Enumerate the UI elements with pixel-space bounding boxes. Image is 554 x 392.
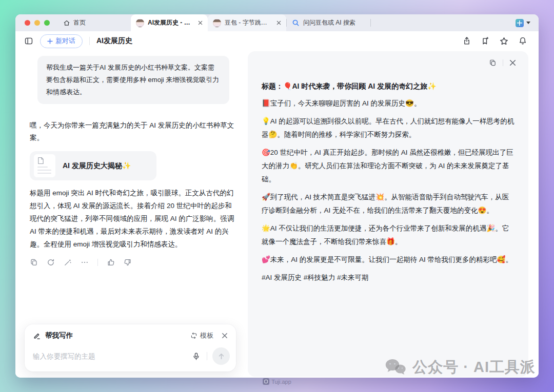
send-button[interactable] [212,347,230,365]
writer-header-actions: 模板 [190,331,228,340]
tuji-app-icon [263,378,269,385]
document-paragraph: 📕宝子们，今天来聊聊超厉害的 AI 的发展历史😎。 [262,97,515,110]
doc-thumb-line [37,173,51,174]
copy-icon[interactable] [30,258,38,266]
search-icon [292,19,300,27]
doc-thumbnail [34,154,55,177]
writer-title: 帮我写作 [45,331,73,340]
writer-input-row [25,344,236,372]
pen-icon [33,332,41,340]
extension-icon[interactable] [516,19,524,27]
assistant-summary-text: 标题用 emoji 突出 AI 时代和奇幻之旅，吸引眼球。正文从古代的幻想引入，… [30,187,239,251]
share-icon[interactable] [462,36,471,46]
close-tab-icon[interactable] [198,20,203,25]
close-tab-icon[interactable] [276,20,281,25]
traffic-lights [15,14,56,31]
copy-document-icon[interactable] [489,59,497,67]
panel-header-divider [503,59,503,66]
tab-ai-search[interactable]: 问问豆包或 AI 搜索 [287,14,370,31]
document-panel-header [248,51,528,67]
bookmark-add-icon[interactable] [481,36,490,46]
regenerate-icon[interactable] [47,258,55,266]
app-toolbar: 新对话 AI发展历史 [15,31,539,51]
chevron-down-icon[interactable] [526,22,530,24]
magic-wand-icon[interactable] [64,258,72,266]
toolbar-divider [89,37,90,45]
microphone-icon[interactable] [192,352,201,361]
close-writer-icon[interactable] [222,333,228,339]
action-divider [97,259,98,266]
tab-home[interactable]: 首页 [58,14,131,31]
input-divider [207,352,207,360]
tab-divider [370,19,371,27]
new-chat-label: 新对话 [55,36,75,46]
message-action-row [30,258,248,266]
user-message: 帮我生成一篇关于AI 发展历史的小红书种草文案。文案需要包含标题和正文，需要使用… [37,56,229,104]
sidebar-toggle-icon[interactable] [24,36,33,46]
help-me-write-widget: 帮我写作 模板 [25,324,236,372]
close-window-button[interactable] [25,20,30,26]
document-paragraph: 💕未来，AI 的发展更是不可限量。让我们一起期待 AI 带给我们更多的精彩吧🥰。 [262,253,515,266]
browser-window: 首页 AI发展历史 - 豆包 豆包 - 字节跳动旗下 AI 问问豆包或 AI 搜… [15,14,539,378]
generated-doc-card[interactable]: AI 发展历史大揭秘✨ [30,151,156,180]
home-icon [63,19,70,27]
wechat-icon [385,358,407,377]
plus-icon [47,38,53,44]
watermark-text: 公众号 · AI工具派 [412,357,536,378]
page-title: AI发展历史 [96,36,132,46]
thumbs-down-icon[interactable] [124,258,132,266]
more-options-icon[interactable] [81,258,89,266]
doubao-avatar [213,19,221,27]
toolbar-actions [462,36,527,46]
document-hashtags: #AI 发展历史 #科技魅力 #未来可期 [262,271,515,284]
chat-column: 帮我生成一篇关于AI 发展历史的小红书种草文案。文案需要包含标题和正文，需要使用… [30,56,248,266]
doc-thumb-line [37,167,48,168]
tab-active-doubao-chat[interactable]: AI发展历史 - 豆包 [131,14,208,31]
tab-doubao-home[interactable]: 豆包 - 字节跳动旗下 AI [208,14,286,31]
doubao-avatar [136,19,144,27]
star-icon[interactable] [499,36,509,46]
assistant-intro-text: 嘿，今天为你带来一篇充满魅力的关于 AI 发展历史的小红书种草文案。 [30,119,248,144]
document-paragraph: 💡AI 的起源可以追溯到很久以前呢。早在古代，人们就幻想有能像人一样思考的机器🤔… [262,115,515,141]
template-label: 模板 [200,331,213,340]
topic-input[interactable] [33,353,192,360]
template-button[interactable]: 模板 [190,331,213,340]
watermark: 公众号 · AI工具派 [385,357,536,378]
document-panel: 标题：🎈AI 时代来袭，带你回顾 AI 发展的奇幻之旅✨ 📕宝子们，今天来聊聊超… [248,51,528,377]
browser-tabbar: 首页 AI发展历史 - 豆包 豆包 - 字节跳动旗下 AI 问问豆包或 AI 搜… [15,14,539,31]
writer-header: 帮我写作 模板 [25,324,236,344]
bell-icon[interactable] [518,36,527,46]
document-paragraph: 🚀到了现代，AI 技术简直是突飞猛进💥。从智能语音助手到自动驾驶汽车，从医疗诊断… [262,191,515,217]
minimize-window-button[interactable] [34,20,40,26]
tab-active-label: AI发展历史 - 豆包 [148,18,194,27]
thumbs-up-icon[interactable] [107,258,115,266]
doc-thumb-line [37,170,51,171]
doc-card-title: AI 发展历史大揭秘✨ [63,161,131,171]
document-title: 标题：🎈AI 时代来袭，带你回顾 AI 发展的奇幻之旅✨ [262,80,515,92]
browser-extensions-area [516,14,539,31]
document-paragraph: 🎯20 世纪中叶，AI 真正开始起步。那时候的 AI 虽然还很稚嫩，但已经展现出… [262,146,515,186]
tab-search-label: 问问豆包或 AI 搜索 [303,18,365,27]
footer-badge-text: Tuji.app [271,379,291,385]
document-body: 标题：🎈AI 时代来袭，带你回顾 AI 发展的奇幻之旅✨ 📕宝子们，今天来聊聊超… [248,67,528,284]
main-content: 帮我生成一篇关于AI 发展历史的小红书种草文案。文案需要包含标题和正文，需要使用… [15,51,539,378]
zoom-window-button[interactable] [44,20,50,26]
tab-home-label: 首页 [73,18,86,27]
document-paragraph: 🌟AI 不仅让我们的生活更加便捷，还为各个行业带来了创新和发展的机遇🎉。它就像一… [262,222,515,249]
new-chat-button[interactable]: 新对话 [40,34,83,48]
tab-second-label: 豆包 - 字节跳动旗下 AI [225,18,273,27]
footer-badge: Tuji.app [263,378,291,385]
close-panel-icon[interactable] [509,59,516,66]
